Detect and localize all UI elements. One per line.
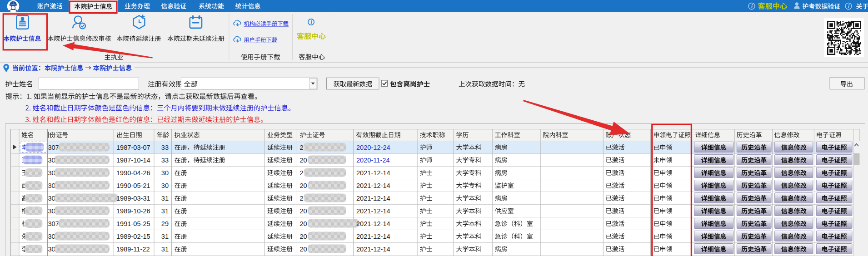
svg-text:31: 31 [161,246,169,253]
svg-text:2021-12-14: 2021-12-14 [356,233,390,240]
svg-text:i: i [751,3,753,10]
svg-text:1989-03-31: 1989-03-31 [116,195,150,202]
svg-text:1991-05-25: 1991-05-25 [116,220,150,227]
svg-text:31: 31 [161,195,169,202]
svg-text:30: 30 [161,182,169,189]
svg-text:33: 33 [161,157,169,164]
svg-text:30: 30 [48,195,55,202]
svg-text:31: 31 [161,207,169,215]
svg-text:2020-11-24: 2020-11-24 [356,157,390,164]
svg-text:30: 30 [161,169,169,177]
svg-text:2: 2 [300,144,304,151]
svg-text:20: 20 [300,220,307,227]
svg-text:20: 20 [300,157,307,164]
svg-text:30: 30 [48,233,55,240]
svg-text:i: i [848,3,850,10]
svg-text:20: 20 [300,233,307,240]
svg-text:20: 20 [300,207,307,215]
svg-text:i: i [310,19,312,25]
svg-text:1987-03-07: 1987-03-07 [116,144,150,151]
svg-text:20: 20 [300,182,307,189]
svg-text:2: 2 [300,195,304,202]
svg-text:33: 33 [161,144,169,151]
svg-text:30: 30 [48,182,55,189]
svg-text:2021-12-14: 2021-12-14 [356,220,390,227]
svg-text:1987-10-14: 1987-10-14 [116,157,150,164]
svg-text:2021-12-14: 2021-12-14 [356,182,390,189]
svg-text:30: 30 [48,246,55,253]
svg-text:2021-12-14: 2021-12-14 [356,246,390,253]
svg-text:307: 307 [48,220,59,227]
svg-text:2: 2 [300,169,304,177]
svg-text:1989-02-15: 1989-02-15 [116,233,150,240]
svg-text:2021-12-14: 2021-12-14 [356,169,390,177]
svg-text:2021-12-14: 2021-12-14 [356,207,390,215]
svg-text:1990-04-26: 1990-04-26 [116,169,150,177]
svg-text:1990-05-21: 1990-05-21 [116,182,150,189]
svg-text:30: 30 [48,207,55,215]
svg-text:2021-12-14: 2021-12-14 [356,195,390,202]
svg-text:31: 31 [161,233,169,240]
svg-text:307: 307 [48,144,59,151]
svg-text:2020-12-24: 2020-12-24 [356,144,390,151]
svg-text:30: 30 [48,169,55,177]
svg-text:1989-10-26: 1989-10-26 [116,207,150,215]
svg-text:29: 29 [161,220,169,227]
svg-text:1989-11-22: 1989-11-22 [116,246,150,253]
svg-text:20: 20 [300,246,307,253]
svg-text:30: 30 [48,157,55,164]
